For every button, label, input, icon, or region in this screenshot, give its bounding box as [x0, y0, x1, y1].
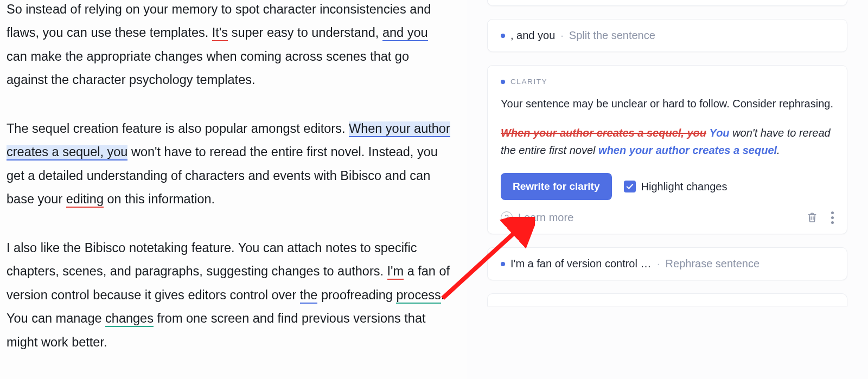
text: The sequel creation feature is also popu… — [7, 121, 349, 136]
correctness-underline[interactable]: editing — [66, 192, 104, 208]
paragraph[interactable]: The sequel creation feature is also popu… — [7, 117, 450, 211]
text: proofreading — [317, 288, 396, 302]
suggestion-message: Your sentence may be unclear or hard to … — [501, 95, 834, 112]
suggestion-card-expanded: CLARITY Your sentence may be unclear or … — [487, 65, 847, 234]
clarity-underline[interactable]: the — [300, 288, 318, 304]
engagement-underline[interactable]: process — [396, 288, 441, 304]
suggestions-sidebar: , and you · Split the sentence CLARITY Y… — [467, 0, 868, 379]
collapsed-card-edge — [487, 293, 847, 306]
paragraph[interactable]: I also like the Bibisco notetaking featu… — [7, 236, 450, 354]
correctness-underline[interactable]: It's — [212, 25, 228, 41]
inserted-text: You — [710, 127, 730, 139]
trash-icon[interactable] — [806, 211, 818, 224]
clarity-underline[interactable]: and you — [382, 25, 428, 41]
removed-text: When your author creates a sequel, you — [501, 127, 706, 139]
category-label: CLARITY — [510, 78, 547, 86]
more-options-icon[interactable] — [831, 211, 834, 224]
learn-more-label: Learn more — [518, 211, 573, 224]
card-actions: Rewrite for clarity Highlight changes — [501, 173, 834, 200]
paragraph[interactable]: So instead of relying on your memory to … — [7, 0, 450, 92]
engagement-underline[interactable]: changes — [105, 311, 154, 327]
category-dot-icon — [501, 34, 505, 38]
suggestion-card-collapsed[interactable]: , and you · Split the sentence — [487, 19, 847, 52]
suggestion-snippet: I'm a fan of version control becaus… — [510, 258, 652, 270]
category-dot-icon — [501, 262, 505, 266]
suggestion-snippet: , and you — [510, 29, 555, 42]
separator-dot: · — [657, 258, 660, 270]
suggestion-rewrite: When your author creates a sequel, you Y… — [501, 124, 834, 159]
highlight-changes-toggle[interactable]: Highlight changes — [624, 181, 727, 193]
text: can make the appropriate changes when co… — [7, 49, 409, 87]
category-header: CLARITY — [501, 78, 834, 86]
text: super easy to understand, — [228, 25, 382, 40]
suggestion-hint: Rephrase sentence — [666, 258, 760, 270]
suggestion-card-collapsed[interactable]: I'm a fan of version control becaus… · R… — [487, 247, 847, 280]
suggestion-hint: Split the sentence — [569, 29, 655, 42]
help-icon: ? — [501, 211, 513, 223]
rewrite-button[interactable]: Rewrite for clarity — [501, 173, 612, 200]
category-dot-icon — [501, 80, 505, 84]
checkbox-label: Highlight changes — [641, 181, 727, 193]
inserted-text: when your author creates a sequel — [598, 144, 777, 156]
learn-more-link[interactable]: ? Learn more — [501, 211, 573, 224]
document-editor[interactable]: So instead of relying on your memory to … — [0, 0, 467, 379]
collapsed-card-edge — [487, 0, 847, 6]
card-footer: ? Learn more — [501, 211, 834, 224]
correctness-underline[interactable]: I'm — [387, 264, 404, 280]
text: . — [777, 144, 780, 156]
separator-dot: · — [560, 29, 564, 42]
checkbox-checked-icon — [624, 181, 636, 192]
text: I also like the Bibisco notetaking featu… — [7, 241, 417, 278]
text: on this information. — [104, 192, 215, 206]
